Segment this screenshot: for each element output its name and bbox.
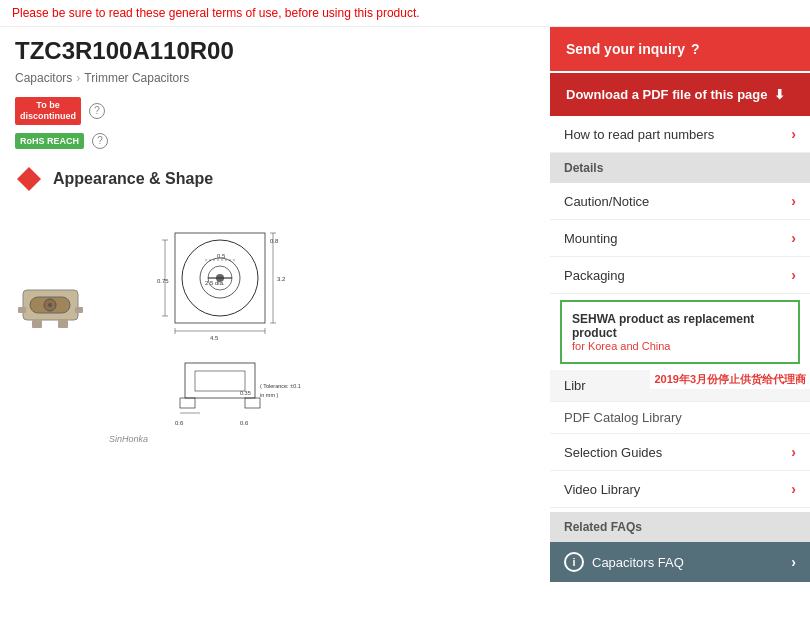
- sidebar-item-packaging[interactable]: Packaging ›: [550, 257, 810, 294]
- video-library-label: Video Library: [564, 482, 640, 497]
- chevron-icon-selection: ›: [791, 444, 796, 460]
- svg-rect-34: [195, 371, 245, 391]
- sehwa-title: SEHWA product as replacement product: [572, 312, 788, 340]
- sidebar-item-caution[interactable]: Caution/Notice ›: [550, 183, 810, 220]
- diamond-icon: [15, 165, 43, 193]
- sehwa-box: SEHWA product as replacement product for…: [560, 300, 800, 364]
- library-label: Libr: [564, 378, 586, 393]
- svg-text:0.6: 0.6: [240, 420, 249, 426]
- right-panel: Send your inquiry ? Download a PDF file …: [550, 27, 810, 582]
- svg-text:3.2: 3.2: [277, 276, 286, 282]
- pdf-library[interactable]: PDF Catalog Library: [550, 402, 810, 434]
- badge-rohs: RoHS REACH: [15, 133, 84, 149]
- svg-text:0.6: 0.6: [175, 420, 184, 426]
- component-photo: [15, 273, 85, 333]
- component-svg: [18, 275, 83, 330]
- sehwa-sub: for Korea and China: [572, 340, 788, 352]
- badge-row-discontinued: To bediscontinued ?: [15, 97, 535, 125]
- svg-rect-7: [32, 320, 42, 328]
- sidebar-item-video-library[interactable]: Video Library ›: [550, 471, 810, 508]
- svg-rect-32: [180, 398, 195, 408]
- help-icon-discontinued[interactable]: ?: [89, 103, 105, 119]
- drawing-svg: 2.5 dia. 0.5 0.75: [105, 213, 405, 443]
- svg-text:2.5 dia.: 2.5 dia.: [205, 280, 225, 286]
- chinese-notice: 2019年3月份停止供货给代理商: [650, 370, 810, 389]
- svg-rect-5: [18, 307, 26, 313]
- svg-text:0.8: 0.8: [270, 238, 279, 244]
- appearance-section-title: Appearance & Shape: [15, 165, 535, 193]
- watermark: SinHonka: [109, 434, 148, 444]
- how-to-link[interactable]: How to read part numbers ›: [550, 116, 810, 153]
- faq-item-left: i Capacitors FAQ: [564, 552, 684, 572]
- inquiry-button[interactable]: Send your inquiry ?: [550, 27, 810, 71]
- top-notice: Please be sure to read these general ter…: [0, 0, 810, 27]
- svg-rect-33: [245, 398, 260, 408]
- mounting-label: Mounting: [564, 231, 617, 246]
- svg-text:( Tolerance: ±0.1: ( Tolerance: ±0.1: [260, 383, 301, 389]
- info-circle-icon: i: [564, 552, 584, 572]
- how-to-label: How to read part numbers: [564, 127, 714, 142]
- breadcrumb-separator: ›: [76, 71, 80, 85]
- product-title: TZC3R100A110R00: [15, 37, 535, 65]
- technical-drawing: 2.5 dia. 0.5 0.75: [105, 213, 535, 446]
- sidebar-item-mounting[interactable]: Mounting ›: [550, 220, 810, 257]
- chevron-icon-faq: ›: [791, 554, 796, 570]
- download-icon: ⬇: [774, 87, 785, 102]
- faq-label: Capacitors FAQ: [592, 555, 684, 570]
- svg-rect-8: [58, 320, 68, 328]
- chevron-icon-packaging: ›: [791, 267, 796, 283]
- chevron-icon-video: ›: [791, 481, 796, 497]
- svg-text:0.5: 0.5: [217, 253, 226, 259]
- svg-text:0.75: 0.75: [157, 278, 169, 284]
- chevron-icon-caution: ›: [791, 193, 796, 209]
- pdf-library-label: PDF Catalog Library: [564, 410, 682, 425]
- selection-guides-label: Selection Guides: [564, 445, 662, 460]
- badge-discontinued: To bediscontinued: [15, 97, 81, 125]
- related-faqs-header: Related FAQs: [550, 512, 810, 542]
- faq-item-capacitors[interactable]: i Capacitors FAQ ›: [550, 542, 810, 582]
- chevron-icon-mounting: ›: [791, 230, 796, 246]
- download-label: Download a PDF file of this page: [566, 87, 768, 102]
- sidebar-item-selection-guides[interactable]: Selection Guides ›: [550, 434, 810, 471]
- badge-row-rohs: RoHS REACH ?: [15, 133, 535, 149]
- chevron-icon-how-to: ›: [791, 126, 796, 142]
- svg-text:4.5: 4.5: [210, 335, 219, 341]
- breadcrumb: Capacitors › Trimmer Capacitors: [15, 71, 535, 85]
- breadcrumb-item-1[interactable]: Capacitors: [15, 71, 72, 85]
- breadcrumb-item-2[interactable]: Trimmer Capacitors: [84, 71, 189, 85]
- svg-text:0.35: 0.35: [240, 390, 251, 396]
- caution-label: Caution/Notice: [564, 194, 649, 209]
- inquiry-icon: ?: [691, 41, 700, 57]
- diagram-area: 2.5 dia. 0.5 0.75: [15, 203, 535, 456]
- help-icon-rohs[interactable]: ?: [92, 133, 108, 149]
- svg-point-4: [48, 303, 52, 307]
- svg-rect-6: [75, 307, 83, 313]
- svg-marker-0: [17, 167, 41, 191]
- details-section-header: Details: [550, 153, 810, 183]
- library-row: Libr 2019年3月份停止供货给代理商: [550, 370, 810, 402]
- inquiry-label: Send your inquiry: [566, 41, 685, 57]
- download-button[interactable]: Download a PDF file of this page ⬇: [550, 73, 810, 116]
- svg-text:in mm ): in mm ): [260, 392, 279, 398]
- packaging-label: Packaging: [564, 268, 625, 283]
